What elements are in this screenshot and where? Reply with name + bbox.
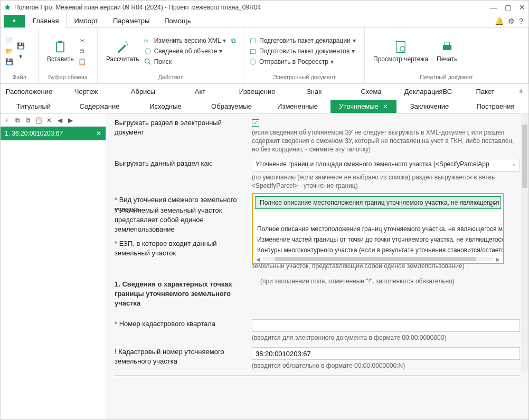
section-heading-1: 1. Сведения о характерных точках границы… (115, 280, 252, 308)
search-button[interactable]: Поиск (144, 58, 237, 66)
menubar: ▾ Главная Импорт Параметры Помощь 🔔 ⚙ ? (1, 14, 528, 28)
package-icon (249, 36, 257, 45)
tab-sign[interactable]: Знак (286, 85, 343, 98)
tree-paste-icon[interactable]: 📋 (34, 116, 43, 125)
tab-main[interactable]: Главная (25, 14, 67, 28)
tree-add-icon[interactable]: + (3, 116, 11, 125)
dropdown-kind-option[interactable]: Изменение частей границы от точки до точ… (253, 234, 503, 245)
tab-conclusion[interactable]: Заключение (396, 100, 462, 113)
dropdown-hscroll[interactable]: ◀ ▶ (253, 255, 503, 263)
tab-help[interactable]: Помощь (157, 14, 198, 27)
open-icon[interactable]: 📂 (5, 47, 13, 55)
label-cad-num: ! Кадастровый номер уточняемого земельно… (115, 347, 243, 370)
scroll-left-icon[interactable]: ◀ (256, 256, 260, 262)
file-menu-button[interactable]: ▾ (4, 15, 25, 27)
hint-section1: (при заполнении поля, отмеченные "!", за… (260, 277, 520, 285)
ribbon-group-edoc: Электронный документ (244, 74, 364, 83)
paste-button[interactable]: Вставить (43, 37, 78, 65)
chevron-down-icon[interactable]: ▾ (16, 52, 25, 61)
tree-item-selected[interactable]: 1. 36:20:0010203:67 ✕ (1, 127, 106, 140)
clipboard-icon (53, 40, 68, 54)
checkbox-export[interactable]: ✓ (252, 119, 259, 127)
input-cad-quarter[interactable] (252, 319, 520, 332)
maximize-icon[interactable]: ▢ (505, 3, 512, 12)
ribbon-group-file: Файл (1, 74, 38, 83)
tree-right-icon[interactable]: ▶ (66, 116, 74, 125)
send-ros-button[interactable]: Отправить в Росреестр▾ (249, 58, 356, 66)
calc-button[interactable]: Рассчитать (102, 37, 144, 65)
obj-info-button[interactable]: Сведения об объекте▾ (144, 47, 237, 55)
globe-icon (144, 47, 152, 55)
tab-params[interactable]: Параметры (106, 14, 157, 27)
save-as-icon[interactable]: 💾 (5, 58, 13, 66)
tab-declvs[interactable]: ДекларацияВС (400, 85, 457, 98)
search-icon (144, 58, 152, 66)
tree-left-icon[interactable]: ◀ (55, 116, 64, 125)
dropdown-kind-option[interactable]: Контуры многоконтурного участка (если в … (253, 245, 503, 255)
edit-xml-button[interactable]: 09 Изменить версию XML▾ ⧉ (144, 36, 237, 45)
tree-copy2-icon[interactable]: ⧉ (24, 116, 32, 125)
pack-docs-button[interactable]: Подготовить пакет документов▾ (249, 47, 356, 55)
tree-copy-icon[interactable]: ⧉ (13, 116, 22, 125)
tree-item-close-icon[interactable]: ✕ (96, 130, 101, 137)
bottom-panel: ⇤ ☰ ✨ ✎ • ⬠ ⧉ ⧉ 📋 📋 ✂ 🗑 (115, 375, 520, 377)
svg-rect-8 (250, 49, 255, 53)
close-tab-icon[interactable]: ✕ (383, 103, 388, 110)
svg-rect-7 (250, 39, 255, 43)
window-title: Полигон Про: Межевой план версии 09 R04 … (14, 4, 490, 11)
copy-icon[interactable]: ⧉ (78, 47, 87, 55)
tab-contents[interactable]: Содержание (67, 100, 133, 113)
dropdown-kind-option[interactable]: Полное описание местоположения границ ут… (253, 224, 503, 234)
svg-point-5 (145, 48, 150, 54)
help-icon[interactable]: ? (519, 17, 523, 25)
dropdown-kind[interactable]: Полное описание местоположения границ ут… (252, 193, 504, 264)
svg-text:09: 09 (144, 39, 148, 42)
tree-toolbar: + ⧉ ⧉ 📋 ✕ ◀ ▶ (1, 114, 106, 127)
view-drawing-button[interactable]: Просмотр чертежа (369, 37, 432, 65)
tab-specified[interactable]: Уточняемые✕ (330, 100, 396, 113)
close-icon[interactable]: ✕ (519, 3, 525, 12)
form-area: Выгружать раздел в электронный документ … (106, 114, 528, 420)
bell-icon[interactable]: 🔔 (495, 17, 504, 25)
tab-formed[interactable]: Образуемые (199, 100, 264, 113)
scroll-right-icon[interactable]: ▶ (496, 256, 500, 262)
tab-changed[interactable]: Измененные (264, 100, 330, 113)
tab-notice[interactable]: Извещение (229, 85, 286, 98)
add-tab-button[interactable]: + (514, 87, 528, 96)
tab-sources[interactable]: Исходные (133, 100, 199, 113)
paste-small-icon[interactable]: 📋 (78, 58, 87, 66)
print-button[interactable]: Печать (432, 37, 461, 65)
extra-icon[interactable]: ⧉ (231, 37, 236, 44)
pack-decl-button[interactable]: Подготовить пакет декларации▾ (249, 36, 356, 45)
svg-point-2 (126, 41, 127, 42)
app-icon (4, 4, 11, 11)
tab-scheme[interactable]: Схема (343, 85, 400, 98)
dropdown-kind-selected[interactable]: Полное описание местоположения границ ут… (255, 196, 501, 209)
new-icon[interactable]: 📄 (5, 36, 13, 45)
tree-delete-icon[interactable]: ✕ (45, 116, 53, 125)
tab-drawing[interactable]: Чертеж (58, 85, 115, 98)
svg-point-3 (127, 44, 128, 45)
svg-point-9 (250, 59, 256, 64)
select-export-as[interactable]: Уточнение границ и площади смежного земе… (252, 159, 520, 171)
ribbon-group-clipboard: Буфер обмена (39, 74, 97, 83)
svg-point-11 (400, 46, 405, 51)
tab-location[interactable]: Расположение (1, 85, 58, 98)
cursor-icon: ↖ (488, 202, 494, 209)
input-cad-num[interactable] (252, 347, 520, 360)
tab-import[interactable]: Импорт (67, 14, 105, 27)
save-icon[interactable]: 💾 (16, 42, 25, 50)
label-export-as: Выгружать данный раздел как: (115, 159, 243, 190)
cut-icon[interactable]: ✂ (78, 36, 87, 45)
minimize-icon[interactable]: — (490, 3, 497, 12)
svg-rect-0 (56, 42, 64, 52)
send-icon (249, 58, 257, 66)
tab-act[interactable]: Акт (172, 85, 229, 98)
tab-title[interactable]: Титульный (1, 100, 67, 113)
tab-package[interactable]: Пакет (457, 85, 514, 98)
tab-constructions[interactable]: Построения (462, 100, 528, 113)
gear-icon[interactable]: ⚙ (508, 17, 515, 25)
points-toolbar: ⇤ ☰ ✨ ✎ • ⬠ ⧉ ⧉ 📋 📋 ✂ 🗑 (115, 376, 319, 377)
form-scrollbar[interactable] (521, 114, 528, 373)
tab-abris[interactable]: Абрисы (115, 85, 172, 98)
